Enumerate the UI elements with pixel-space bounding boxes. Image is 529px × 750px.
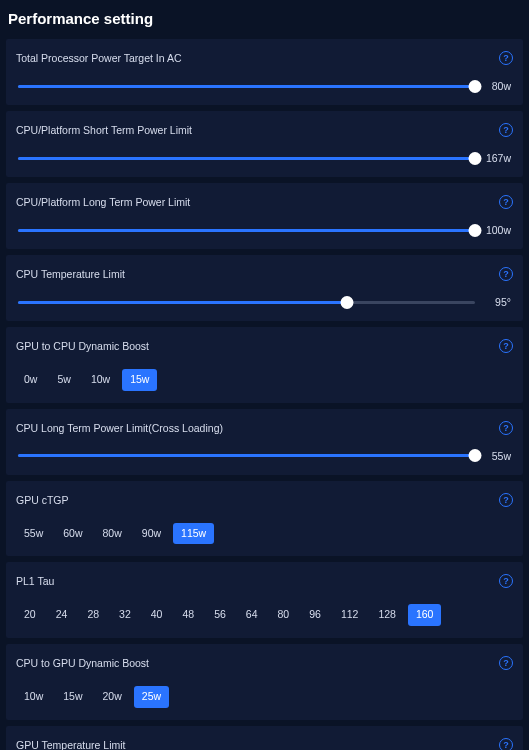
help-icon[interactable]: ? — [499, 421, 513, 435]
slider-fill — [18, 229, 475, 232]
setting-label: CPU/Platform Long Term Power Limit — [16, 196, 190, 208]
page-title: Performance setting — [4, 6, 525, 35]
option-button[interactable]: 0w — [16, 369, 45, 391]
setting-card-gpu-to-cpu-boost: GPU to CPU Dynamic Boost ? 0w5w10w15w — [6, 327, 523, 403]
option-button[interactable]: 10w — [83, 369, 118, 391]
setting-card-cpu-to-gpu-boost: CPU to GPU Dynamic Boost ? 10w15w20w25w — [6, 644, 523, 720]
setting-card-gpu-ctgp: GPU cTGP ? 55w60w80w90w115w — [6, 481, 523, 557]
slider-fill — [18, 157, 475, 160]
option-button[interactable]: 60w — [55, 523, 90, 545]
help-icon[interactable]: ? — [499, 267, 513, 281]
temp-slider[interactable] — [18, 295, 475, 309]
slider-value: 100w — [483, 224, 511, 236]
slider-thumb[interactable] — [469, 449, 482, 462]
help-icon[interactable]: ? — [499, 195, 513, 209]
help-icon[interactable]: ? — [499, 123, 513, 137]
option-button[interactable]: 115w — [173, 523, 214, 545]
slider-fill — [18, 85, 475, 88]
slider-value: 80w — [483, 80, 511, 92]
slider-thumb[interactable] — [341, 296, 354, 309]
slider-fill — [18, 454, 475, 457]
help-icon[interactable]: ? — [499, 493, 513, 507]
option-button[interactable]: 160 — [408, 604, 442, 626]
power-slider[interactable] — [18, 151, 475, 165]
option-button[interactable]: 5w — [49, 369, 78, 391]
option-row: 10w15w20w25w — [16, 684, 513, 708]
setting-card-cpu-temp-limit: CPU Temperature Limit ? 95° — [6, 255, 523, 321]
setting-card-cross-loading: CPU Long Term Power Limit(Cross Loading)… — [6, 409, 523, 475]
option-button[interactable]: 10w — [16, 686, 51, 708]
power-slider[interactable] — [18, 79, 475, 93]
slider-fill — [18, 301, 347, 304]
option-button[interactable]: 80w — [95, 523, 130, 545]
setting-label: CPU to GPU Dynamic Boost — [16, 657, 149, 669]
setting-label: GPU Temperature Limit — [16, 739, 126, 750]
option-button[interactable]: 20w — [95, 686, 130, 708]
setting-card-pl1-tau: PL1 Tau ? 20242832404856648096112128160 — [6, 562, 523, 638]
setting-card-ac-power-target: Total Processor Power Target In AC ? 80w — [6, 39, 523, 105]
setting-label: CPU Long Term Power Limit(Cross Loading) — [16, 422, 223, 434]
option-row: 20242832404856648096112128160 — [16, 602, 513, 626]
option-button[interactable]: 20 — [16, 604, 44, 626]
power-slider[interactable] — [18, 223, 475, 237]
option-button[interactable]: 15w — [55, 686, 90, 708]
option-button[interactable]: 25w — [134, 686, 169, 708]
option-button[interactable]: 96 — [301, 604, 329, 626]
slider-value: 95° — [483, 296, 511, 308]
setting-card-gpu-temp-limit: GPU Temperature Limit ? 87° — [6, 726, 523, 750]
option-button[interactable]: 32 — [111, 604, 139, 626]
help-icon[interactable]: ? — [499, 574, 513, 588]
slider-value: 55w — [483, 450, 511, 462]
setting-label: CPU/Platform Short Term Power Limit — [16, 124, 192, 136]
option-button[interactable]: 40 — [143, 604, 171, 626]
slider-thumb[interactable] — [469, 80, 482, 93]
power-slider[interactable] — [18, 449, 475, 463]
setting-card-long-term-limit: CPU/Platform Long Term Power Limit ? 100… — [6, 183, 523, 249]
option-button[interactable]: 56 — [206, 604, 234, 626]
setting-label: Total Processor Power Target In AC — [16, 52, 182, 64]
option-button[interactable]: 15w — [122, 369, 157, 391]
option-row: 0w5w10w15w — [16, 367, 513, 391]
option-button[interactable]: 128 — [370, 604, 404, 626]
option-button[interactable]: 80 — [270, 604, 298, 626]
option-button[interactable]: 90w — [134, 523, 169, 545]
option-button[interactable]: 64 — [238, 604, 266, 626]
option-button[interactable]: 24 — [48, 604, 76, 626]
help-icon[interactable]: ? — [499, 656, 513, 670]
setting-label: GPU cTGP — [16, 494, 69, 506]
option-button[interactable]: 55w — [16, 523, 51, 545]
help-icon[interactable]: ? — [499, 738, 513, 750]
slider-thumb[interactable] — [469, 224, 482, 237]
option-button[interactable]: 48 — [174, 604, 202, 626]
slider-value: 167w — [483, 152, 511, 164]
option-button[interactable]: 28 — [79, 604, 107, 626]
option-row: 55w60w80w90w115w — [16, 521, 513, 545]
setting-label: PL1 Tau — [16, 575, 54, 587]
help-icon[interactable]: ? — [499, 51, 513, 65]
slider-thumb[interactable] — [469, 152, 482, 165]
help-icon[interactable]: ? — [499, 339, 513, 353]
setting-label: GPU to CPU Dynamic Boost — [16, 340, 149, 352]
option-button[interactable]: 112 — [333, 604, 367, 626]
setting-label: CPU Temperature Limit — [16, 268, 125, 280]
setting-card-short-term-limit: CPU/Platform Short Term Power Limit ? 16… — [6, 111, 523, 177]
